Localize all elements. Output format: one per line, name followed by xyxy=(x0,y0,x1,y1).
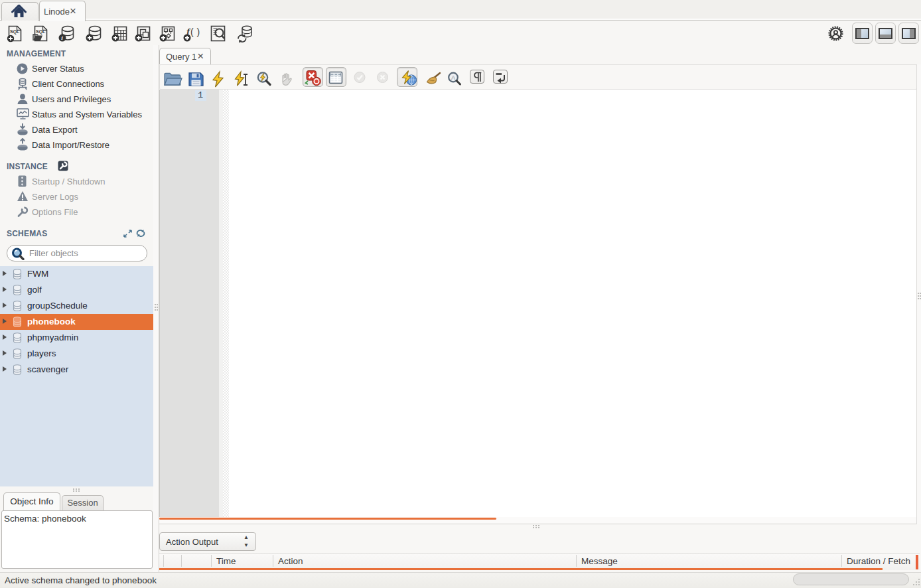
svg-text:A: A xyxy=(451,74,455,81)
svg-text:SQL: SQL xyxy=(10,29,20,35)
svg-text:SQL: SQL xyxy=(36,29,46,35)
svg-text:( ): ( ) xyxy=(190,27,200,37)
